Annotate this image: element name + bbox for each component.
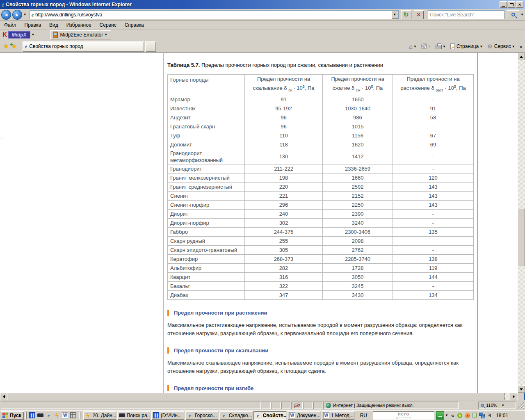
page-menu-button[interactable]: Страница ▼ bbox=[450, 43, 484, 49]
quicklaunch-ie[interactable]: e bbox=[45, 411, 53, 420]
table-row: Андезит9698658 bbox=[168, 113, 474, 122]
value-cell: 143 bbox=[393, 191, 474, 200]
menu-item-Сервис[interactable]: Сервис bbox=[96, 21, 121, 29]
value-cell: 1015 bbox=[323, 122, 393, 131]
nero-go-button[interactable]: → bbox=[436, 411, 444, 420]
task-button-Свойств...[interactable]: eСвойств... bbox=[253, 411, 286, 420]
task-button-1 Метод...[interactable]: W1 Метод... bbox=[322, 411, 354, 420]
zoom-control[interactable]: 110% ▼ bbox=[478, 402, 516, 409]
toolbar-overflow-button[interactable]: » bbox=[520, 43, 523, 50]
address-dropdown-button[interactable]: ▼ bbox=[391, 11, 398, 19]
value-cell: - bbox=[393, 209, 474, 218]
search-options-icon[interactable]: ▼ bbox=[520, 13, 524, 16]
feeds-button[interactable]: ▼ bbox=[421, 43, 432, 49]
quicklaunch-explorer[interactable] bbox=[28, 411, 37, 420]
address-bar: ◄ ► ▼ e ▼ ↻ × ▼ bbox=[0, 9, 525, 21]
menu-item-Вид[interactable]: Вид bbox=[45, 21, 62, 29]
word-icon: W bbox=[62, 412, 68, 418]
resize-grip[interactable] bbox=[518, 402, 524, 409]
quicklaunch-calculator[interactable] bbox=[69, 411, 78, 420]
task-button-{D:\!!Ин...[interactable]: {D:\!!Ин... bbox=[151, 411, 184, 420]
word-icon: W bbox=[289, 412, 295, 418]
task-button-Складко...[interactable]: eСкладко... bbox=[219, 411, 252, 420]
url-input[interactable] bbox=[35, 12, 391, 18]
value-cell: 1660 bbox=[323, 173, 393, 182]
section-0: Предел прочности при растяженииМаксималь… bbox=[167, 310, 471, 338]
tray-collapse-button[interactable]: « bbox=[451, 412, 454, 418]
vertical-scroll-thumb[interactable] bbox=[518, 209, 525, 266]
close-button[interactable]: × bbox=[516, 1, 523, 8]
menu-item-Справка[interactable]: Справка bbox=[121, 21, 148, 29]
arrow-down-icon bbox=[520, 388, 523, 390]
page-left-border bbox=[1, 53, 1, 393]
rock-name-cell: Сиенит-порфир bbox=[168, 200, 245, 209]
minimize-button[interactable] bbox=[500, 1, 507, 8]
vertical-scrollbar[interactable] bbox=[518, 53, 525, 393]
phishing-filter-segment bbox=[291, 402, 303, 409]
value-cell: 2592 bbox=[323, 182, 393, 191]
search-button[interactable] bbox=[507, 10, 519, 19]
home-dropdown-icon[interactable]: ▼ bbox=[413, 45, 417, 48]
forward-button[interactable]: ► bbox=[12, 10, 22, 20]
value-cell: 3240 bbox=[323, 218, 393, 227]
value-cell: 244-375 bbox=[245, 227, 323, 236]
stop-button[interactable]: × bbox=[414, 10, 424, 19]
value-cell: 1156 bbox=[323, 131, 393, 140]
col-header-rocks: Горные породы bbox=[168, 75, 245, 95]
security-zone-text: Интернет | Защищенный режим: выкл. bbox=[333, 403, 414, 408]
horizontal-scroll-thumb[interactable] bbox=[7, 393, 504, 400]
value-cell: 119 bbox=[393, 263, 474, 272]
tray-power-icon[interactable] bbox=[471, 412, 478, 419]
tools-menu-button[interactable]: ⚙ Сервис ▼ bbox=[487, 43, 516, 50]
scroll-up-button[interactable] bbox=[518, 53, 525, 60]
address-field[interactable]: e ▼ bbox=[30, 10, 399, 19]
history-dropdown-icon[interactable]: ▼ bbox=[23, 13, 27, 16]
print-button[interactable]: ▼ bbox=[436, 43, 447, 49]
language-indicator[interactable]: RU bbox=[358, 412, 370, 419]
horizontal-scrollbar[interactable] bbox=[0, 393, 518, 400]
scroll-down-button[interactable] bbox=[518, 386, 525, 393]
restore-button[interactable] bbox=[508, 1, 515, 8]
scroll-left-button[interactable] bbox=[0, 393, 7, 400]
task-button-Гороско...[interactable]: eГороско... bbox=[185, 411, 218, 420]
print-dropdown-icon[interactable]: ▼ bbox=[443, 45, 446, 48]
menu-item-Правка[interactable]: Правка bbox=[21, 21, 46, 29]
favorites-center-button[interactable]: ★ bbox=[3, 43, 9, 50]
midpx-logo[interactable]: MidpX bbox=[8, 31, 30, 39]
midp2exe-button[interactable]: Midp2Exe Emulator ▼ bbox=[50, 30, 111, 39]
tray-security-alert-icon[interactable] bbox=[464, 412, 470, 419]
refresh-button[interactable]: ↻ bbox=[401, 10, 411, 19]
section-1: Предел прочности при скалыванииМаксималь… bbox=[167, 347, 471, 375]
quicklaunch-lightning[interactable]: ϟ bbox=[53, 411, 61, 420]
page-dropdown-icon: ▼ bbox=[479, 45, 483, 48]
scroll-right-button[interactable] bbox=[510, 393, 517, 400]
tab-active[interactable]: e Свойства горных пород bbox=[23, 41, 144, 52]
value-cell: 1620 bbox=[323, 140, 393, 149]
new-tab-stub[interactable] bbox=[145, 41, 156, 52]
quicklaunch-search[interactable] bbox=[37, 411, 45, 420]
menu-item-Файл[interactable]: Файл bbox=[0, 21, 21, 29]
nero-search-box[interactable]: nero @SEARCH bbox=[373, 411, 434, 420]
start-button[interactable]: Пуск bbox=[1, 411, 24, 420]
value-cell: 221 bbox=[245, 191, 323, 200]
tray-volume-icon[interactable] bbox=[486, 412, 493, 419]
home-button[interactable]: ⌂ ▼ bbox=[409, 43, 418, 50]
value-cell: 211-222 bbox=[245, 164, 323, 173]
menu-item-Избранное[interactable]: Избранное bbox=[62, 21, 96, 29]
rock-name-cell: Диорит bbox=[168, 209, 245, 218]
task-button-Докумен...[interactable]: WДокумен... bbox=[288, 411, 320, 420]
folder-icon bbox=[153, 412, 159, 418]
search-input[interactable] bbox=[428, 12, 504, 18]
task-button-20. Дайн...[interactable]: ϟ20. Дайн... bbox=[83, 411, 116, 420]
back-button[interactable]: ◄ bbox=[1, 10, 11, 20]
search-box[interactable] bbox=[428, 10, 504, 19]
task-button-Поиск ра...[interactable]: Поиск ра... bbox=[117, 411, 150, 420]
value-cell: 69 bbox=[393, 140, 474, 149]
midpx-dropdown-icon[interactable]: ▼ bbox=[32, 33, 35, 37]
quicklaunch-word[interactable]: W bbox=[61, 411, 69, 420]
zoom-dropdown-icon[interactable]: ▼ bbox=[501, 404, 504, 407]
nero-dropdown-icon[interactable]: ▼ bbox=[445, 413, 448, 417]
tray-antivirus-icon[interactable] bbox=[457, 412, 463, 419]
value-cell: 130 bbox=[245, 149, 323, 164]
add-favorite-button[interactable]: ★+ bbox=[11, 43, 16, 50]
